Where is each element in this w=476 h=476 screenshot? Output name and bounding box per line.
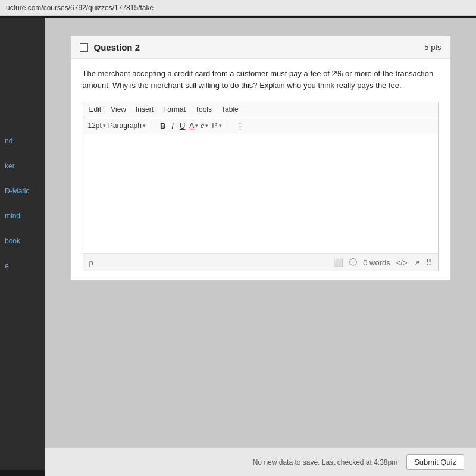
editor-menu-bar: Edit View Insert Format Tools Table [83,102,438,117]
bold-button[interactable]: B [158,121,167,131]
italic-button[interactable]: I [170,121,176,131]
sidebar-item-dmatic[interactable]: D-Matic [0,187,45,195]
highlight-label: ∂ [201,121,204,130]
font-color-chevron: ▾ [195,123,198,129]
menu-format[interactable]: Format [163,105,186,114]
editor-footer-right: ⬜ ⓘ 0 words </> ↗ ⠿ [334,257,431,268]
editor-text-area[interactable] [83,134,438,253]
sidebar-item-e[interactable]: e [0,262,45,270]
info-icon[interactable]: ⓘ [349,257,357,268]
font-color-label: A [189,121,194,130]
formatting-group: B I U A ▾ ∂ ▾ T² ▾ [158,121,222,131]
superscript-label: T² [211,121,217,130]
accessibility-icon[interactable]: ⬜ [334,258,343,267]
word-count: 0 words [363,258,390,267]
main-content: Question 2 5 pts The merchant accepting … [45,18,476,476]
font-size-chevron: ▾ [103,123,106,129]
question-header-left: Question 2 [80,42,140,52]
url-text: ucture.com/courses/6792/quizzes/177815/t… [6,4,154,12]
sidebar-item-ker[interactable]: ker [0,162,45,170]
underline-button[interactable]: U [178,121,187,131]
code-view-button[interactable]: </> [396,258,408,267]
more-options-button[interactable]: ⋮ [234,121,246,131]
points-label: 5 pts [424,43,441,52]
highlight-dropdown[interactable]: ∂ ▾ [201,121,208,130]
submit-quiz-button[interactable]: Submit Quiz [406,454,464,470]
question-checkbox[interactable] [80,43,88,52]
paragraph-value: Paragraph [108,121,142,130]
menu-tools[interactable]: Tools [195,105,212,114]
bottom-bar: No new data to save. Last checked at 4:3… [45,447,476,476]
grid-icon[interactable]: ⠿ [426,258,432,267]
menu-view[interactable]: View [111,105,126,114]
sidebar: nd ker D-Matic mind book e [0,18,45,470]
font-size-dropdown[interactable]: 12pt ▾ [88,121,106,130]
rich-text-editor[interactable]: Edit View Insert Format Tools Table 12pt… [83,102,439,271]
sidebar-item-nd[interactable]: nd [0,137,45,145]
font-size-value: 12pt [88,121,102,130]
editor-footer: p ⬜ ⓘ 0 words </> ↗ ⠿ [83,253,438,271]
font-size-group: 12pt ▾ Paragraph ▾ [88,121,146,130]
paragraph-dropdown[interactable]: Paragraph ▾ [108,121,146,130]
question-title: Question 2 [94,42,140,52]
menu-table[interactable]: Table [221,105,239,114]
sidebar-item-book[interactable]: book [0,237,45,245]
toolbar-divider-1 [152,120,152,131]
question-header: Question 2 5 pts [71,36,450,59]
sidebar-item-mind[interactable]: mind [0,212,45,220]
editor-toolbar: 12pt ▾ Paragraph ▾ B I U [83,117,438,134]
superscript-chevron: ▾ [219,123,222,129]
browser-url-bar: ucture.com/courses/6792/quizzes/177815/t… [0,0,476,16]
superscript-dropdown[interactable]: T² ▾ [211,121,221,130]
toolbar-divider-2 [228,120,228,131]
menu-edit[interactable]: Edit [89,105,102,114]
expand-button[interactable]: ↗ [414,258,420,267]
quiz-card: Question 2 5 pts The merchant accepting … [70,36,451,281]
paragraph-tag: p [89,258,93,267]
paragraph-chevron: ▾ [143,123,146,129]
menu-insert[interactable]: Insert [136,105,154,114]
font-color-dropdown[interactable]: A ▾ [189,121,198,130]
question-text: The merchant accepting a credit card fro… [83,68,439,91]
highlight-chevron: ▾ [205,123,208,129]
question-body: The merchant accepting a credit card fro… [71,59,450,280]
save-status: No new data to save. Last checked at 4:3… [253,458,397,466]
